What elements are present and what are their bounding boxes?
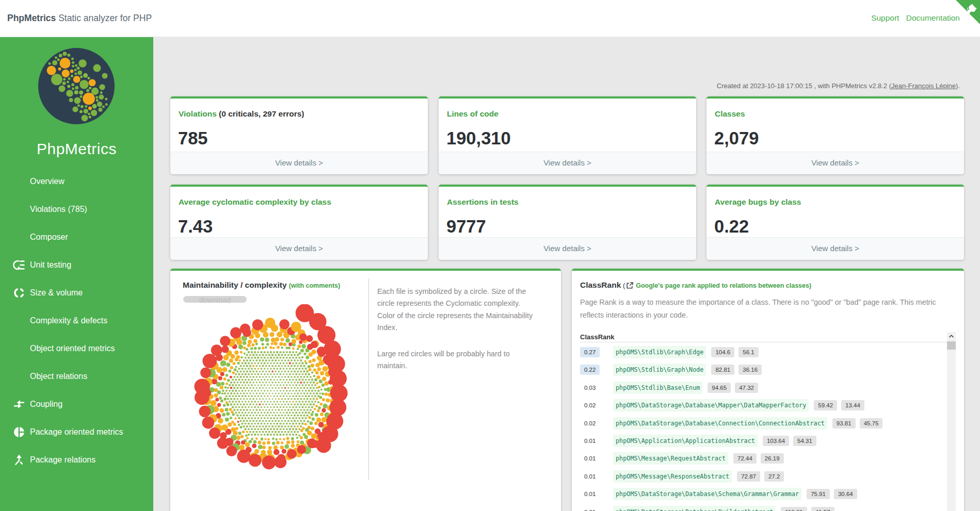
class-name-link[interactable]: phpOMS\DataStorage\Database\Mapper\DataM… (613, 399, 809, 411)
metric-badge: 47.32 (735, 383, 758, 393)
metric-card-value: 9777 (446, 216, 688, 237)
sidebar-item-package-oriented-metrics[interactable]: Package oriented metrics (0, 418, 153, 446)
rank-value: 0.01 (580, 436, 613, 446)
view-details-link[interactable]: View details > (170, 152, 428, 174)
github-corner-link[interactable] (956, 0, 980, 24)
download-button[interactable]: download (183, 296, 247, 303)
metric-card-title: Average bugs by class (715, 197, 956, 207)
class-name-link[interactable]: phpOMS\Stdlib\Base\Enum (613, 382, 702, 394)
class-name-link[interactable]: phpOMS\Stdlib\Graph\Node (613, 364, 706, 376)
sidebar-item-size-volume[interactable]: Size & volume (0, 279, 153, 307)
metric-badge: 36.16 (738, 365, 762, 375)
unit-testing-icon (13, 259, 25, 271)
rank-value: 0.03 (580, 383, 613, 393)
chevron-up-icon (947, 332, 956, 341)
rank-value: 0.27 (580, 347, 613, 357)
metric-badge: 41.57 (811, 507, 834, 511)
classrank-table-header: ClassRank (580, 333, 614, 341)
metric-card-classes: Classes2,079View details > (706, 96, 964, 174)
documentation-link[interactable]: Documentation (906, 13, 960, 22)
metric-badge: 72.44 (733, 453, 757, 464)
metric-badge: 13.44 (841, 400, 864, 410)
sidebar-item-label: Coupling (30, 400, 62, 409)
table-header-rule (580, 342, 947, 342)
metric-card-title: Classes (715, 109, 956, 119)
classrank-row: 0.01phpOMS\Message\ResponseAbstract72.87… (580, 468, 947, 485)
metric-badge: 27.2 (764, 471, 784, 482)
sidebar-item-composer[interactable]: Composer (0, 223, 153, 251)
class-name-link[interactable]: phpOMS\Message\RequestAbstract (613, 452, 728, 465)
sidebar-item-overview[interactable]: Overview (0, 168, 153, 195)
coupling-icon (13, 398, 25, 410)
author-link[interactable]: Jean-François Lépine (891, 82, 956, 90)
metric-badge: 72.87 (737, 471, 760, 482)
sidebar-item-object-relations[interactable]: Object relations (0, 362, 153, 390)
classrank-table[interactable]: ClassRank 0.27phpOMS\Stdlib\Graph\Edge10… (580, 332, 956, 511)
class-name-link[interactable]: phpOMS\DataStorage\Database\Connection\C… (613, 417, 827, 430)
scrollbar-thumb[interactable] (947, 341, 956, 350)
metric-card-value: 2,079 (714, 128, 956, 149)
classrank-card: ClassRank (Google's page rank applied to… (572, 269, 964, 511)
sidebar-item-label: Size & volume (30, 288, 83, 298)
class-name-link[interactable]: phpOMS\Stdlib\Graph\Edge (613, 346, 706, 358)
class-name-link[interactable]: phpOMS\DataStorage\Database\Schema\Gramm… (613, 488, 801, 500)
metric-card-assertions-in-tests: Assertions in tests9777View details > (439, 185, 696, 260)
package-relations-icon (13, 454, 25, 466)
maintainability-bubble-chart[interactable] (170, 304, 368, 511)
metric-badge: 82.81 (711, 365, 734, 375)
github-octocat-icon (956, 0, 980, 24)
rank-value: 0.01 (580, 507, 613, 511)
metric-badge: 103.64 (763, 436, 789, 446)
topbar-links: Support Documentation (866, 0, 960, 36)
classrank-row: 0.01phpOMS\DataStorage\Database\Schema\G… (580, 485, 947, 503)
rank-value: 0.02 (580, 400, 613, 410)
metric-badge: 75.91 (807, 489, 830, 499)
rank-value: 0.22 (580, 365, 613, 375)
sidebar-item-label: Composer (30, 233, 68, 242)
metric-badge: 110.61 (781, 507, 807, 511)
view-details-link[interactable]: View details > (170, 237, 428, 260)
sidebar-item-label: Object oriented metrics (30, 344, 115, 353)
class-name-link[interactable]: phpOMS\Message\ResponseAbstract (613, 470, 732, 483)
classrank-row: 0.27phpOMS\Stdlib\Graph\Edge104.656.1 (580, 343, 947, 361)
sidebar-item-complexity-defects[interactable]: Complexity & defects (0, 307, 153, 335)
sidebar-item-object-oriented-metrics[interactable]: Object oriented metrics (0, 335, 153, 362)
topbar: PhpMetrics Static analyzer for PHP Suppo… (0, 0, 980, 37)
scrollbar-up-button[interactable] (947, 332, 956, 341)
metric-badge: 59.42 (814, 400, 837, 410)
classrank-row: 0.02phpOMS\DataStorage\Database\Mapper\D… (580, 397, 947, 414)
sidebar-item-violations-785[interactable]: Violations (785) (0, 195, 153, 223)
phpmetrics-logo (38, 48, 115, 124)
metric-card-violations: Violations (0 criticals, 297 errors)785V… (170, 96, 428, 174)
classrank-row: 0.03phpOMS\Stdlib\Base\Enum94.6547.32 (580, 379, 947, 397)
metric-card-title: Violations (0 criticals, 297 errors) (179, 109, 420, 119)
class-name-link[interactable]: phpOMS\DataStorage\Database\BuilderAbstr… (613, 506, 776, 511)
vertical-divider (368, 278, 369, 480)
metric-card-value: 190,310 (446, 128, 688, 149)
classrank-row: 0.22phpOMS\Stdlib\Graph\Node82.8136.16 (580, 361, 947, 378)
metric-card-average-cyclomatic-complexity-by-class: Average cyclomatic complexity by class7.… (170, 185, 428, 260)
metric-card-lines-of-code: Lines of code190,310View details > (439, 96, 696, 174)
view-details-link[interactable]: View details > (439, 237, 696, 260)
class-name-link[interactable]: phpOMS\Application\ApplicationAbstract (613, 435, 758, 447)
table-scrollbar[interactable] (947, 332, 956, 511)
sidebar-item-unit-testing[interactable]: Unit testing (0, 251, 153, 279)
view-details-link[interactable]: View details > (706, 152, 964, 174)
classrank-row: 0.02phpOMS\DataStorage\Database\Connecti… (580, 415, 947, 432)
sidebar-item-label: Overview (30, 177, 65, 186)
classrank-row: 0.01phpOMS\DataStorage\Database\BuilderA… (580, 503, 947, 511)
sidebar-item-label: Package oriented metrics (30, 427, 123, 437)
rank-value: 0.01 (580, 489, 613, 499)
size-volume-icon (13, 287, 25, 299)
rank-value: 0.01 (580, 453, 613, 464)
rank-value: 0.02 (580, 418, 613, 428)
view-details-link[interactable]: View details > (439, 152, 696, 174)
sidebar-title: PhpMetrics (0, 140, 153, 158)
metric-badge: 30.64 (834, 489, 857, 499)
sidebar-item-package-relations[interactable]: Package relations (0, 446, 153, 474)
sidebar-item-coupling[interactable]: Coupling (0, 390, 153, 418)
metric-card-title: Assertions in tests (447, 197, 688, 207)
view-details-link[interactable]: View details > (706, 237, 964, 260)
maintainability-card: Maintainability / complexity (with comme… (170, 269, 561, 511)
support-link[interactable]: Support (871, 13, 899, 22)
